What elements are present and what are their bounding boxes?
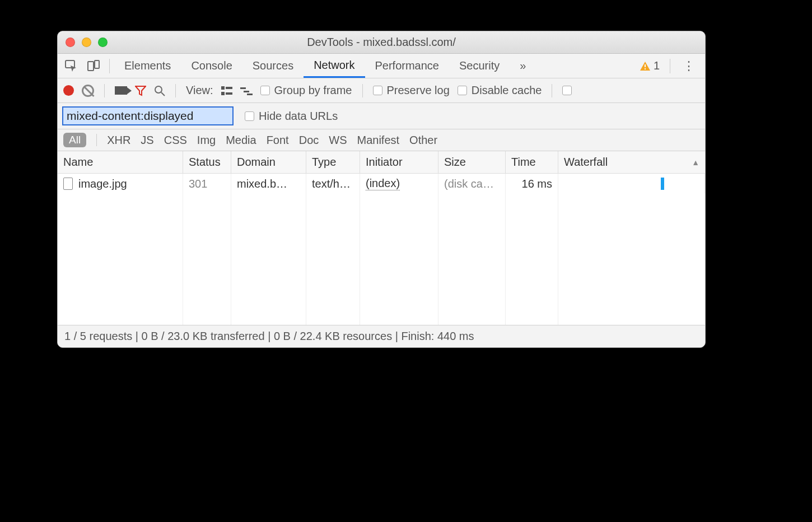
disable-cache-label: Disable cache <box>472 84 542 97</box>
devtools-window: DevTools - mixed.badssl.com/ Elements Co… <box>57 31 706 348</box>
checkbox-icon[interactable] <box>458 86 467 95</box>
requests-table: Name Status Domain Type Initiator Size T… <box>58 151 705 325</box>
status-text: 1 / 5 requests | 0 B / 23.0 KB transferr… <box>64 330 474 343</box>
tabs-overflow[interactable]: » <box>510 54 536 78</box>
col-domain[interactable]: Domain <box>231 151 306 173</box>
svg-line-6 <box>161 92 165 96</box>
type-css[interactable]: CSS <box>164 134 187 147</box>
hide-data-urls-label: Hide data URLs <box>259 110 338 123</box>
svg-rect-9 <box>221 92 225 95</box>
type-font[interactable]: Font <box>267 134 289 147</box>
checkbox-icon[interactable] <box>373 86 382 95</box>
record-button[interactable] <box>63 85 74 96</box>
cell-type: text/h… <box>306 174 360 194</box>
filter-bar: Hide data URLs <box>58 103 705 129</box>
tab-console[interactable]: Console <box>181 54 242 78</box>
tab-security[interactable]: Security <box>449 54 510 78</box>
search-icon[interactable] <box>154 85 165 96</box>
large-rows-icon[interactable] <box>221 86 232 95</box>
svg-rect-13 <box>247 94 253 95</box>
tab-network[interactable]: Network <box>304 54 365 78</box>
type-manifest[interactable]: Manifest <box>357 134 399 147</box>
cell-initiator[interactable]: (index) <box>360 174 438 194</box>
svg-rect-2 <box>95 60 99 68</box>
table-empty-area <box>58 194 705 325</box>
network-toolbar: View: Group by frame Preserve log Disabl… <box>58 78 705 103</box>
type-img[interactable]: Img <box>197 134 216 147</box>
svg-rect-12 <box>244 91 249 92</box>
svg-rect-4 <box>645 68 646 69</box>
cell-waterfall <box>558 174 705 194</box>
table-body: image.jpg 301 mixed.b… text/h… (index) (… <box>58 174 705 325</box>
window-title: DevTools - mixed.badssl.com/ <box>58 36 705 49</box>
close-window-button[interactable] <box>66 38 75 47</box>
status-bar: 1 / 5 requests | 0 B / 23.0 KB transferr… <box>58 325 705 347</box>
col-size[interactable]: Size <box>438 151 506 173</box>
cell-name: image.jpg <box>58 174 183 194</box>
tab-elements[interactable]: Elements <box>114 54 181 78</box>
filter-input[interactable] <box>62 106 234 125</box>
cell-size: (disk ca… <box>438 174 506 194</box>
separator <box>362 84 363 97</box>
preserve-log-label: Preserve log <box>387 84 450 97</box>
type-ws[interactable]: WS <box>329 134 347 147</box>
titlebar: DevTools - mixed.badssl.com/ <box>58 31 705 54</box>
type-media[interactable]: Media <box>226 134 256 147</box>
filter-icon[interactable] <box>135 85 146 96</box>
table-header: Name Status Domain Type Initiator Size T… <box>58 151 705 174</box>
svg-point-5 <box>155 86 162 93</box>
panel-tabs: Elements Console Sources Network Perform… <box>58 54 705 78</box>
col-waterfall[interactable]: Waterfall▲ <box>558 151 705 173</box>
sort-asc-icon: ▲ <box>692 158 699 167</box>
disable-cache[interactable]: Disable cache <box>458 84 542 97</box>
tab-sources[interactable]: Sources <box>242 54 304 78</box>
svg-rect-11 <box>240 87 246 89</box>
warning-icon <box>640 60 651 72</box>
separator <box>104 84 105 97</box>
type-xhr[interactable]: XHR <box>107 134 130 147</box>
file-icon <box>63 178 73 190</box>
view-label: View: <box>186 84 213 97</box>
resource-type-filter: All XHR JS CSS Img Media Font Doc WS Man… <box>58 129 705 151</box>
cell-domain: mixed.b… <box>231 174 306 194</box>
separator <box>670 59 670 73</box>
table-row[interactable]: image.jpg 301 mixed.b… text/h… (index) (… <box>58 174 705 194</box>
settings-menu-icon[interactable]: ⋮ <box>675 59 703 73</box>
col-type[interactable]: Type <box>306 151 360 173</box>
hide-data-urls[interactable]: Hide data URLs <box>245 110 338 123</box>
cell-status: 301 <box>183 174 231 194</box>
screenshots-icon[interactable] <box>115 86 127 95</box>
minimize-window-button[interactable] <box>82 38 91 47</box>
window-controls <box>66 38 108 47</box>
svg-rect-3 <box>645 64 646 67</box>
separator <box>109 59 110 73</box>
tab-performance[interactable]: Performance <box>365 54 450 78</box>
svg-rect-1 <box>88 62 94 71</box>
type-other[interactable]: Other <box>409 134 437 147</box>
checkbox-icon[interactable] <box>562 86 572 95</box>
overview-icon[interactable] <box>240 86 253 95</box>
offline-partial[interactable] <box>562 86 572 95</box>
waterfall-bar <box>661 178 664 190</box>
group-by-frame[interactable]: Group by frame <box>260 84 352 97</box>
checkbox-icon[interactable] <box>245 111 254 121</box>
zoom-window-button[interactable] <box>98 38 108 47</box>
checkbox-icon[interactable] <box>260 86 270 95</box>
preserve-log[interactable]: Preserve log <box>373 84 450 97</box>
type-doc[interactable]: Doc <box>299 134 319 147</box>
svg-rect-7 <box>221 86 225 90</box>
warning-count-value: 1 <box>654 59 660 72</box>
cell-time: 16 ms <box>506 174 558 194</box>
warnings-count[interactable]: 1 <box>640 59 660 72</box>
col-status[interactable]: Status <box>183 151 231 173</box>
svg-rect-8 <box>226 87 232 89</box>
separator <box>552 84 552 97</box>
col-initiator[interactable]: Initiator <box>360 151 438 173</box>
col-name[interactable]: Name <box>58 151 183 173</box>
device-toolbar-icon[interactable] <box>82 54 105 78</box>
type-js[interactable]: JS <box>141 134 153 147</box>
type-all[interactable]: All <box>63 133 86 147</box>
col-time[interactable]: Time <box>506 151 558 173</box>
inspect-element-icon[interactable] <box>60 54 82 78</box>
clear-button[interactable] <box>82 85 94 97</box>
